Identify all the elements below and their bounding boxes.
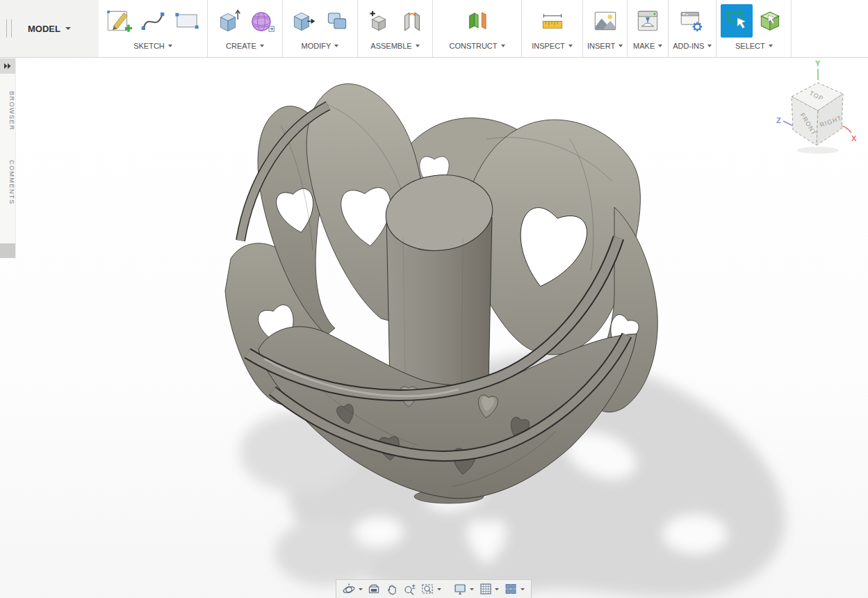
chevron-down-icon xyxy=(568,45,573,47)
joint-button[interactable] xyxy=(396,4,428,38)
chevron-down-icon xyxy=(769,45,773,47)
display-settings-button[interactable] xyxy=(452,581,468,597)
chevron-down-icon xyxy=(168,45,172,47)
viewcube[interactable]: Y Z X TOP FRONT RIGHT xyxy=(775,58,861,155)
y-axis-label: Y xyxy=(815,59,821,67)
viewcube-shadow xyxy=(797,147,839,154)
navigation-bar xyxy=(336,579,532,598)
make-menu[interactable]: MAKE xyxy=(633,39,662,53)
x-axis-label: X xyxy=(851,134,857,143)
construction-plane-button[interactable] xyxy=(461,4,493,38)
x-axis-line xyxy=(842,126,851,133)
joint-icon xyxy=(398,6,427,35)
look-at-icon xyxy=(367,582,381,596)
select-menu[interactable]: SELECT xyxy=(735,39,773,53)
extrude-icon xyxy=(213,6,243,35)
toolbar-group-modify: MODIFY xyxy=(283,0,358,57)
orbit-dropdown-caret[interactable] xyxy=(359,588,363,590)
spline-icon xyxy=(138,6,167,35)
window-select-button[interactable] xyxy=(721,4,753,38)
rectangle-icon xyxy=(172,6,202,35)
chevron-down-icon xyxy=(65,27,71,30)
toolbar-group-inspect: INSPECT xyxy=(522,0,583,57)
zoom-window-icon xyxy=(420,582,434,596)
modify-menu[interactable]: MODIFY xyxy=(302,39,339,53)
fusion360-app: MODEL xyxy=(0,0,868,598)
extrude-button[interactable] xyxy=(212,4,244,38)
model-3d-view[interactable] xyxy=(0,58,868,598)
toolbar-group-select: SELECT xyxy=(716,0,792,57)
chevron-down-icon xyxy=(334,45,338,47)
press-pull-button[interactable] xyxy=(287,4,319,38)
toolbar-group-addins: ADD-INS xyxy=(669,0,716,57)
toolbar-filler xyxy=(792,0,868,57)
orbit-icon xyxy=(342,582,356,596)
press-pull-icon xyxy=(288,6,318,35)
z-axis-label: Z xyxy=(776,116,781,124)
sketch-menu[interactable]: SKETCH xyxy=(133,39,172,53)
workspace-label: MODEL xyxy=(28,24,60,34)
display-dropdown-caret[interactable] xyxy=(470,588,474,590)
insert-image-button[interactable] xyxy=(589,4,621,38)
image-icon xyxy=(591,6,620,35)
toolbar-group-create: CREATE xyxy=(208,0,283,57)
toolbar-group-sketch: SKETCH xyxy=(99,0,208,57)
construction-plane-icon xyxy=(463,6,492,35)
viewports-button[interactable] xyxy=(502,581,519,597)
grid-icon xyxy=(479,582,493,596)
look-at-button[interactable] xyxy=(366,581,383,597)
assemble-menu[interactable]: ASSEMBLE xyxy=(370,39,419,53)
viewports-icon xyxy=(504,582,518,596)
chevron-down-icon xyxy=(658,45,662,47)
double-chevron-right-icon xyxy=(3,63,12,70)
addins-menu[interactable]: ADD-INS xyxy=(673,39,712,53)
chevron-down-icon xyxy=(416,45,420,47)
combine-icon xyxy=(322,6,352,35)
scripts-addins-icon xyxy=(678,6,707,35)
fit-button[interactable] xyxy=(420,581,436,597)
browser-tab[interactable]: BROWSER xyxy=(0,78,15,144)
workspace-selector[interactable]: MODEL xyxy=(0,0,99,57)
toolbar-group-insert: INSERT xyxy=(583,0,628,57)
form-icon xyxy=(247,6,277,35)
insert-menu[interactable]: INSERT xyxy=(587,39,623,53)
new-component-button[interactable] xyxy=(362,4,394,38)
3d-print-button[interactable] xyxy=(632,4,664,38)
spline-button[interactable] xyxy=(137,4,169,38)
pan-button[interactable] xyxy=(384,581,400,597)
scripts-addins-button[interactable] xyxy=(676,4,708,38)
measure-icon xyxy=(538,6,567,35)
construct-menu[interactable]: CONSTRUCT xyxy=(449,39,505,53)
toolbar-group-make: MAKE xyxy=(628,0,669,57)
inspect-menu[interactable]: INSPECT xyxy=(532,39,573,53)
two-point-rectangle-button[interactable] xyxy=(171,4,203,38)
new-component-icon xyxy=(363,6,393,35)
create-menu[interactable]: CREATE xyxy=(226,39,264,53)
chevron-down-icon xyxy=(707,45,712,47)
fit-dropdown-caret[interactable] xyxy=(437,588,441,590)
toolbar-group-construct: CONSTRUCT xyxy=(433,0,522,57)
zoom-button[interactable] xyxy=(402,581,418,597)
select-cube-icon xyxy=(756,6,785,35)
z-axis-line xyxy=(783,121,793,126)
create-form-button[interactable] xyxy=(246,4,278,38)
orbit-button[interactable] xyxy=(341,581,357,597)
display-settings-icon xyxy=(453,582,467,596)
viewports-dropdown-caret[interactable] xyxy=(521,588,525,590)
chevron-down-icon xyxy=(619,45,623,47)
top-toolbar: MODEL xyxy=(0,0,868,58)
combine-button[interactable] xyxy=(321,4,353,38)
panel-strip-endcap xyxy=(0,243,15,258)
chevron-down-icon xyxy=(260,45,264,47)
viewport-canvas[interactable]: Y Z X TOP FRONT RIGHT xyxy=(0,58,868,598)
measure-button[interactable] xyxy=(537,4,568,38)
expand-browser-button[interactable] xyxy=(0,58,15,74)
comments-tab[interactable]: COMMENTS xyxy=(0,146,15,219)
zoom-icon xyxy=(403,582,417,596)
select-through-window-button[interactable] xyxy=(755,4,787,38)
grid-dropdown-caret[interactable] xyxy=(495,588,499,590)
grid-and-snaps-button[interactable] xyxy=(477,581,494,597)
create-sketch-button[interactable] xyxy=(103,4,135,38)
pan-hand-icon xyxy=(385,582,399,596)
toolbar-grip[interactable] xyxy=(6,19,12,38)
